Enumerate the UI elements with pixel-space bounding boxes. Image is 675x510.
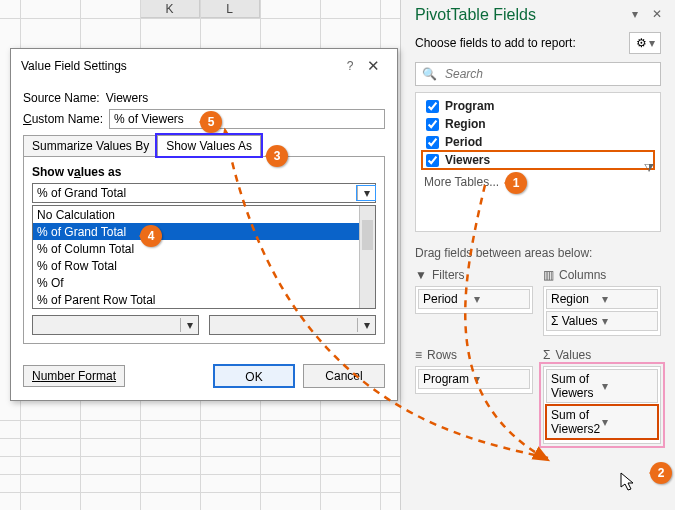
area-columns: ▥Columns Region▾ Σ Values▾ bbox=[543, 266, 661, 336]
area-item[interactable]: Σ Values▾ bbox=[546, 311, 658, 331]
custom-name-input[interactable] bbox=[109, 109, 385, 129]
field-label: Program bbox=[445, 99, 494, 113]
ok-button[interactable]: OK bbox=[213, 364, 295, 388]
chevron-down-icon: ▾ bbox=[649, 36, 655, 50]
filter-area-icon: ▼ bbox=[415, 268, 427, 282]
area-item[interactable]: Sum of Viewers▾ bbox=[546, 369, 658, 403]
annotation-3: 3 bbox=[266, 145, 288, 167]
values-area-icon: Σ bbox=[543, 348, 550, 362]
field-label: Region bbox=[445, 117, 486, 131]
rows-area-icon: ≡ bbox=[415, 348, 422, 362]
col-header[interactable]: K bbox=[140, 0, 200, 18]
scroll-thumb[interactable] bbox=[362, 220, 373, 250]
combo-value: % of Grand Total bbox=[33, 186, 357, 200]
show-values-as-list: No Calculation % of Grand Total % of Col… bbox=[32, 205, 376, 309]
list-item[interactable]: % of Row Total bbox=[33, 257, 359, 274]
cancel-button[interactable]: Cancel bbox=[303, 364, 385, 388]
annotation-2: 2 bbox=[650, 462, 672, 484]
area-header-label: Rows bbox=[427, 348, 457, 362]
cursor-icon bbox=[620, 472, 638, 494]
field-period[interactable]: Period bbox=[422, 133, 654, 151]
annotation-1: 1 bbox=[505, 172, 527, 194]
field-viewers[interactable]: Viewers bbox=[422, 151, 654, 169]
search-input[interactable] bbox=[443, 66, 654, 82]
tab-panel: Show values as % of Grand Total ▾ No Cal… bbox=[23, 156, 385, 344]
chevron-down-icon: ▾ bbox=[602, 415, 653, 429]
scrollbar[interactable] bbox=[359, 206, 375, 308]
area-header-label: Filters bbox=[432, 268, 465, 282]
area-item[interactable]: Period▾ bbox=[418, 289, 530, 309]
pane-dropdown-icon[interactable]: ▾ bbox=[627, 7, 643, 23]
col-header[interactable]: L bbox=[200, 0, 260, 18]
source-name-label: Source Name: bbox=[23, 91, 100, 105]
pane-subtitle: Choose fields to add to report: bbox=[415, 36, 623, 50]
field-checkbox[interactable] bbox=[426, 154, 439, 167]
help-icon[interactable]: ? bbox=[341, 59, 359, 73]
chevron-down-icon: ▾ bbox=[180, 318, 198, 332]
gear-icon: ⚙ bbox=[636, 36, 647, 50]
chevron-down-icon: ▾ bbox=[602, 379, 653, 393]
drag-areas-label: Drag fields between areas below: bbox=[401, 232, 675, 266]
source-name-value: Viewers bbox=[106, 91, 148, 105]
annotation-4: 4 bbox=[140, 225, 162, 247]
field-label: Period bbox=[445, 135, 482, 149]
field-label: Viewers bbox=[445, 153, 490, 167]
list-item[interactable]: No Calculation bbox=[33, 206, 359, 223]
search-field[interactable]: 🔍 bbox=[415, 62, 661, 86]
area-item[interactable]: Region▾ bbox=[546, 289, 658, 309]
chevron-down-icon: ▾ bbox=[602, 292, 653, 306]
area-item-sum-viewers2[interactable]: Sum of Viewers2▾ bbox=[546, 405, 658, 439]
field-checkbox[interactable] bbox=[426, 100, 439, 113]
chevron-down-icon: ▾ bbox=[602, 314, 653, 328]
field-program[interactable]: Program bbox=[422, 97, 654, 115]
columns-area-icon: ▥ bbox=[543, 268, 554, 282]
close-icon[interactable]: ✕ bbox=[649, 7, 665, 23]
tab-summarize[interactable]: Summarize Values By bbox=[23, 135, 158, 156]
list-item[interactable]: % of Column Total bbox=[33, 240, 359, 257]
field-checkbox[interactable] bbox=[426, 118, 439, 131]
chevron-down-icon[interactable]: ▾ bbox=[357, 186, 375, 200]
chevron-down-icon: ▾ bbox=[474, 372, 525, 386]
list-item-selected[interactable]: % of Grand Total bbox=[33, 223, 359, 240]
list-item[interactable]: % of Parent Row Total bbox=[33, 291, 359, 308]
show-values-as-combo[interactable]: % of Grand Total ▾ bbox=[32, 183, 376, 203]
pivot-fields-pane: PivotTable Fields ▾ ✕ Choose fields to a… bbox=[400, 0, 675, 510]
area-rows: ≡Rows Program▾ bbox=[415, 346, 533, 444]
list-item[interactable]: % Of bbox=[33, 274, 359, 291]
field-region[interactable]: Region bbox=[422, 115, 654, 133]
filter-icon[interactable]: ⧩ bbox=[644, 161, 654, 175]
dialog-tabs: Summarize Values By Show Values As bbox=[23, 135, 385, 156]
fields-list: Program Region Period Viewers ⧩ More Tab… bbox=[415, 92, 661, 232]
base-item-combo[interactable]: ▾ bbox=[209, 315, 376, 335]
tab-show-values-as[interactable]: Show Values As bbox=[157, 135, 261, 156]
custom-name-label: Custom Name: bbox=[23, 112, 103, 126]
chevron-down-icon: ▾ bbox=[474, 292, 525, 306]
area-header-label: Values bbox=[555, 348, 591, 362]
more-tables-link[interactable]: More Tables... bbox=[422, 175, 654, 189]
field-checkbox[interactable] bbox=[426, 136, 439, 149]
number-format-button[interactable]: Number Format bbox=[23, 365, 125, 387]
area-header-label: Columns bbox=[559, 268, 606, 282]
search-icon: 🔍 bbox=[422, 67, 437, 81]
dialog-title: Value Field Settings bbox=[21, 59, 341, 73]
area-item[interactable]: Program▾ bbox=[418, 369, 530, 389]
gear-button[interactable]: ⚙▾ bbox=[629, 32, 661, 54]
area-filters: ▼Filters Period▾ bbox=[415, 266, 533, 336]
chevron-down-icon: ▾ bbox=[357, 318, 375, 332]
annotation-5: 5 bbox=[200, 111, 222, 133]
pane-title: PivotTable Fields bbox=[415, 6, 621, 24]
show-values-as-label: Show values as bbox=[32, 165, 376, 179]
area-values: ΣValues Sum of Viewers▾ Sum of Viewers2▾ bbox=[543, 346, 661, 444]
value-field-settings-dialog: Value Field Settings ? ✕ Source Name: Vi… bbox=[10, 48, 398, 401]
base-field-combo[interactable]: ▾ bbox=[32, 315, 199, 335]
close-icon[interactable]: ✕ bbox=[359, 57, 387, 75]
